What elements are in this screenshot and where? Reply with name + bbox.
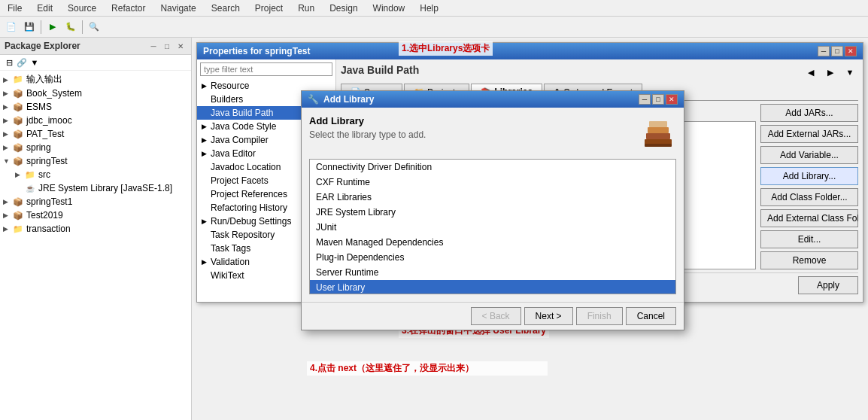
dialog-maximize-btn[interactable]: □ <box>831 46 843 56</box>
book-stack-svg <box>640 115 676 151</box>
add-library-icon <box>640 115 676 151</box>
menu-design[interactable]: Design <box>325 2 362 14</box>
cancel-btn[interactable]: Cancel <box>626 307 676 325</box>
tree-arrow: ▼ <box>3 157 12 165</box>
tree-item-2[interactable]: ▶ 📦 ESMS <box>0 100 191 114</box>
folder-icon: 📁 <box>12 223 24 235</box>
new-btn[interactable]: 📄 <box>3 19 20 35</box>
add-library-controls: ─ □ ✕ <box>639 94 678 105</box>
view-menu-btn[interactable]: ▼ <box>29 56 41 68</box>
tree-label: springTest <box>26 156 68 166</box>
library-list: Connectivity Driver Definition CXF Runti… <box>309 159 676 294</box>
search-btn[interactable]: 🔍 <box>86 19 102 35</box>
minimize-panel-icon[interactable]: ─ <box>147 40 159 52</box>
toolbar: 📄 💾 ▶ 🐛 🔍 <box>0 17 868 38</box>
menu-source[interactable]: Source <box>63 2 101 14</box>
project-icon: 📦 <box>12 155 24 167</box>
project-icon: 📦 <box>12 196 24 208</box>
tree-item-7[interactable]: ▶ 📁 src <box>0 168 191 181</box>
tree-item-5[interactable]: ▶ 📦 spring <box>0 141 191 154</box>
wizard-icon: 🔧 <box>308 94 319 105</box>
tree-arrow: ▶ <box>3 225 12 233</box>
nav-forward-btn[interactable]: ▶ <box>822 64 839 81</box>
library-item-2[interactable]: EAR Libraries <box>310 190 675 205</box>
folder-icon: 📁 <box>12 74 24 86</box>
tree-arrow <box>15 184 24 192</box>
menu-navigate[interactable]: Navigate <box>156 2 200 14</box>
remove-btn[interactable]: Remove <box>760 251 858 269</box>
nav-filter-input[interactable] <box>200 62 332 76</box>
run-btn[interactable]: ▶ <box>44 19 61 35</box>
add-library-btn[interactable]: Add Library... <box>760 167 858 185</box>
menu-refactor[interactable]: Refactor <box>107 2 150 14</box>
dialog-minimize-btn[interactable]: ─ <box>818 46 830 56</box>
tree-arrow: ▶ <box>3 103 12 111</box>
collapse-all-btn[interactable]: ⊟ <box>3 56 15 68</box>
tree-label: springTest1 <box>26 196 72 207</box>
library-item-0[interactable]: Connectivity Driver Definition <box>310 160 675 175</box>
menu-search[interactable]: Search <box>207 2 244 14</box>
tree-item-6[interactable]: ▼ 📦 springTest <box>0 154 191 168</box>
menu-edit[interactable]: Edit <box>32 2 57 14</box>
library-item-8[interactable]: User Library <box>310 280 675 294</box>
menu-run[interactable]: Run <box>293 2 319 14</box>
panel-header: Package Explorer ─ □ ✕ <box>0 38 191 55</box>
project-icon: 📦 <box>12 209 24 221</box>
toolbar-sep2 <box>82 20 83 34</box>
tree-label: PAT_Test <box>26 129 64 139</box>
properties-title: Properties for springTest <box>203 46 310 56</box>
src-folder-icon: 📁 <box>24 169 36 181</box>
close-panel-icon[interactable]: ✕ <box>175 40 187 52</box>
apply-btn[interactable]: Apply <box>798 276 858 294</box>
tree-item-10[interactable]: ▶ 📦 Test2019 <box>0 208 191 222</box>
add-lib-minimize-btn[interactable]: ─ <box>639 94 651 105</box>
library-item-3[interactable]: JRE System Library <box>310 205 675 220</box>
tree-arrow: ▶ <box>3 76 12 84</box>
tree-item-8[interactable]: ☕ JRE System Library [JavaSE-1.8] <box>0 181 191 195</box>
debug-btn[interactable]: 🐛 <box>62 19 79 35</box>
library-item-4[interactable]: JUnit <box>310 220 675 235</box>
project-icon: 📦 <box>12 142 24 154</box>
properties-titlebar: Properties for springTest ─ □ ✕ <box>197 43 863 59</box>
tree-item-3[interactable]: ▶ 📦 jdbc_imooc <box>0 114 191 127</box>
add-ext-class-folder-btn[interactable]: Add External Class Folder... <box>760 209 858 227</box>
library-item-5[interactable]: Maven Managed Dependencies <box>310 235 675 250</box>
add-lib-maximize-btn[interactable]: □ <box>652 94 664 105</box>
finish-btn[interactable]: Finish <box>576 307 623 325</box>
library-item-7[interactable]: Server Runtime <box>310 265 675 280</box>
nav-back-btn[interactable]: ◀ <box>803 64 819 81</box>
library-item-6[interactable]: Plug-in Dependencies <box>310 250 675 265</box>
link-editor-btn[interactable]: 🔗 <box>16 56 28 68</box>
menu-project[interactable]: Project <box>250 2 287 14</box>
save-btn[interactable]: 💾 <box>21 19 38 35</box>
library-item-1[interactable]: CXF Runtime <box>310 175 675 190</box>
dialog-close-btn[interactable]: ✕ <box>845 46 857 56</box>
back-btn[interactable]: < Back <box>471 307 521 325</box>
add-library-dialog: 🔧 Add Library ─ □ ✕ Add Library Select t… <box>301 90 684 330</box>
menu-file[interactable]: File <box>3 2 26 14</box>
add-jars-btn[interactable]: Add JARs... <box>760 104 858 122</box>
tree-item-11[interactable]: ▶ 📁 transaction <box>0 222 191 236</box>
edit-btn[interactable]: Edit... <box>760 230 858 248</box>
tree-toolbar: ⊟ 🔗 ▼ <box>0 55 191 71</box>
toolbar-sep1 <box>41 20 41 34</box>
tree-arrow: ▶ <box>3 198 12 205</box>
add-external-jars-btn[interactable]: Add External JARs... <box>760 125 858 143</box>
tree-item-9[interactable]: ▶ 📦 springTest1 <box>0 195 191 208</box>
maximize-panel-icon[interactable]: □ <box>161 40 173 52</box>
tree-label: Test2019 <box>26 210 63 221</box>
add-library-titlebar: 🔧 Add Library ─ □ ✕ <box>302 91 684 108</box>
tree-item-0[interactable]: ▶ 📁 输入输出 <box>0 72 191 87</box>
tree-item-4[interactable]: ▶ 📦 PAT_Test <box>0 127 191 141</box>
add-variable-btn[interactable]: Add Variable... <box>760 146 858 164</box>
add-lib-close-btn[interactable]: ✕ <box>666 94 678 105</box>
tree-content: ▶ 📁 输入输出 ▶ 📦 Book_System ▶ 📦 ESMS ▶ 📦 <box>0 71 191 420</box>
next-btn[interactable]: Next > <box>524 307 573 325</box>
add-class-folder-btn[interactable]: Add Class Folder... <box>760 188 858 206</box>
nav-menu-btn[interactable]: ▼ <box>842 64 858 81</box>
tree-label: Book_System <box>26 88 82 99</box>
menu-help[interactable]: Help <box>415 2 443 14</box>
menu-window[interactable]: Window <box>369 2 410 14</box>
svg-rect-3 <box>649 121 667 127</box>
tree-item-1[interactable]: ▶ 📦 Book_System <box>0 87 191 100</box>
